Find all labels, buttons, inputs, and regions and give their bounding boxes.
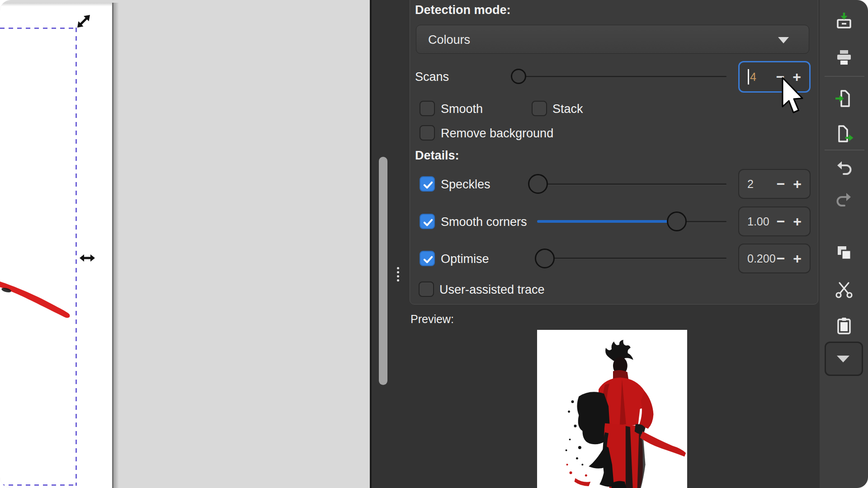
chevron-down-icon xyxy=(837,356,849,362)
optimise-value-field[interactable]: 0.200 − + xyxy=(738,244,811,273)
smooth-corners-plus-button[interactable]: + xyxy=(793,215,802,228)
preview-label: Preview: xyxy=(410,313,454,325)
detection-mode-label: Detection mode: xyxy=(415,4,511,16)
document-page xyxy=(0,3,113,488)
scans-value: 4 xyxy=(750,70,756,84)
scans-label: Scans xyxy=(415,70,449,83)
cut-icon[interactable] xyxy=(834,279,854,299)
selection-dash-right xyxy=(75,28,77,486)
speckles-checkbox[interactable] xyxy=(420,176,435,192)
import-icon[interactable] xyxy=(834,89,854,108)
resize-horizontal-handle[interactable] xyxy=(79,253,95,263)
user-assisted-trace-label: User-assisted trace xyxy=(439,283,545,296)
user-assisted-trace-checkbox[interactable] xyxy=(419,282,434,297)
smooth-corners-slider-fill xyxy=(537,220,677,223)
traced-red-curve[interactable] xyxy=(0,278,73,321)
chevron-down-icon xyxy=(778,37,789,43)
smooth-corners-label: Smooth corners xyxy=(441,216,527,228)
speckles-slider-handle[interactable] xyxy=(528,174,548,194)
optimise-label: Optimise xyxy=(441,253,489,265)
smooth-label: Smooth xyxy=(441,103,483,115)
page-edge-shadow xyxy=(113,3,119,488)
resize-diagonal-handle[interactable] xyxy=(75,13,92,30)
optimise-plus-button[interactable]: + xyxy=(793,252,802,265)
smooth-corners-minus-button[interactable]: − xyxy=(777,215,785,228)
smooth-corners-value-field[interactable]: 1.00 − + xyxy=(738,206,811,236)
detection-mode-dropdown[interactable]: Colours xyxy=(416,25,809,54)
speckles-plus-button[interactable]: + xyxy=(793,177,802,191)
details-label: Details: xyxy=(415,149,459,162)
speckles-value-field[interactable]: 2 − + xyxy=(738,169,811,199)
selection-dash-bottom xyxy=(0,484,76,486)
optimise-slider-track[interactable] xyxy=(536,258,726,259)
optimise-minus-button[interactable]: − xyxy=(777,252,785,265)
trace-bitmap-screen: Detection mode: Colours Scans 4 − + Smoo… xyxy=(0,0,868,488)
selection-dash-top xyxy=(0,28,76,29)
toolbar-separator xyxy=(825,76,864,77)
mouse-cursor xyxy=(781,77,805,116)
samurai-preview-art xyxy=(537,330,687,488)
speckles-label: Speckles xyxy=(441,178,491,191)
export-icon[interactable] xyxy=(834,124,854,144)
redo-icon[interactable] xyxy=(834,190,854,210)
canvas-vertical-scrollbar[interactable] xyxy=(379,157,387,385)
duplicate-icon[interactable] xyxy=(834,243,854,263)
smooth-corners-slider-handle[interactable] xyxy=(667,211,687,231)
optimise-value: 0.200 xyxy=(747,252,776,265)
smooth-corners-value: 1.00 xyxy=(747,215,769,228)
smooth-corners-checkbox[interactable] xyxy=(420,214,435,229)
stack-checkbox[interactable] xyxy=(532,101,547,116)
preview-image xyxy=(537,330,687,488)
smooth-checkbox[interactable] xyxy=(420,101,435,116)
scans-slider-handle[interactable] xyxy=(511,69,526,84)
save-icon[interactable] xyxy=(834,12,854,32)
remove-background-label: Remove background xyxy=(441,127,553,140)
toolbar-more-button[interactable] xyxy=(825,342,863,376)
paste-icon[interactable] xyxy=(834,316,854,336)
speckles-minus-button[interactable]: − xyxy=(777,177,785,191)
stack-label: Stack xyxy=(552,103,583,115)
optimise-checkbox[interactable] xyxy=(420,251,435,266)
print-icon[interactable] xyxy=(834,47,854,67)
speckles-value: 2 xyxy=(747,178,754,191)
optimise-slider-handle[interactable] xyxy=(535,249,555,268)
scans-slider-track[interactable] xyxy=(511,76,726,77)
toolbar-separator xyxy=(825,150,864,150)
detection-mode-value: Colours xyxy=(428,33,470,47)
speckles-slider-track[interactable] xyxy=(529,183,726,185)
text-caret xyxy=(748,69,749,84)
remove-background-checkbox[interactable] xyxy=(420,125,435,141)
panel-resize-grip[interactable] xyxy=(397,267,399,282)
page-top-shadow xyxy=(0,3,113,6)
undo-icon[interactable] xyxy=(834,158,854,178)
